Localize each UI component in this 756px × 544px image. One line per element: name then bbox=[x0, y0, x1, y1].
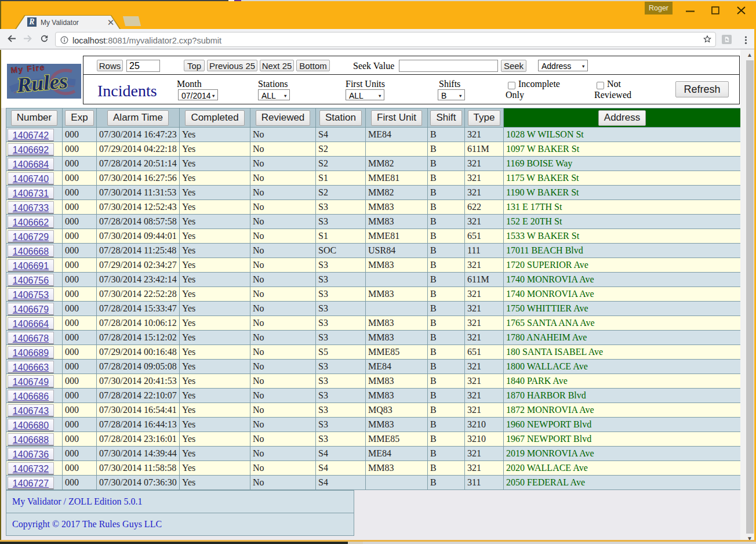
svg-text:Rules: Rules bbox=[15, 69, 68, 97]
